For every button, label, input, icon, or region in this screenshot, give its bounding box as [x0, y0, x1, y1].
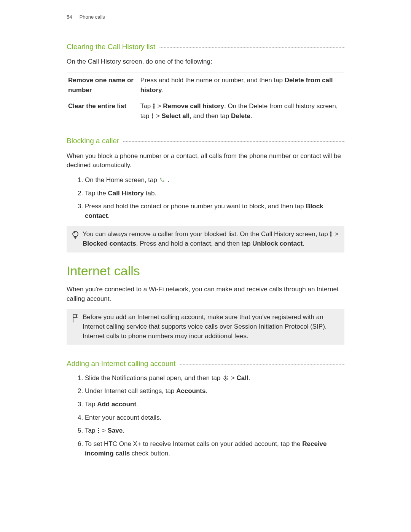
- tip-text: You can always remove a caller from your…: [83, 230, 340, 248]
- page-number: 54: [67, 14, 78, 21]
- heading-internet-calls: Internet calls: [67, 262, 344, 280]
- svg-rect-5: [152, 117, 153, 118]
- important-text: Before you add an Internet calling accou…: [83, 313, 340, 341]
- svg-rect-9: [330, 235, 331, 236]
- intro-blocking: When you block a phone number or a conta…: [67, 152, 344, 170]
- svg-rect-3: [152, 113, 153, 115]
- row-value: Press and hold the name or number, and t…: [139, 72, 344, 98]
- svg-rect-2: [153, 107, 155, 109]
- svg-point-10: [225, 377, 226, 379]
- subheading-row: Adding an Internet calling account: [67, 354, 344, 371]
- svg-line-16: [227, 379, 228, 380]
- phone-icon: [159, 177, 166, 183]
- svg-line-15: [224, 376, 225, 377]
- subheading-clearing: Clearing the Call History list: [67, 42, 159, 52]
- list-item: On the Home screen, tap .: [85, 176, 344, 185]
- svg-rect-19: [98, 428, 99, 429]
- tip-box: You can always remove a caller from your…: [67, 226, 344, 252]
- gear-icon: [222, 375, 229, 381]
- svg-rect-20: [98, 430, 99, 431]
- overflow-menu-icon: [151, 113, 154, 119]
- svg-line-18: [227, 376, 228, 377]
- list-item: To set HTC One X+ to receive Internet ca…: [85, 439, 344, 458]
- manual-page: 54 Phone calls Clearing the Call History…: [0, 0, 411, 532]
- list-item: Tap the Call History tab.: [85, 189, 344, 198]
- subheading-row: Clearing the Call History list: [67, 37, 344, 54]
- row-label: Clear the entire list: [67, 98, 139, 124]
- subheading-row: Blocking a caller: [67, 131, 344, 149]
- list-item: Tap > Save.: [85, 426, 344, 436]
- svg-rect-21: [98, 432, 99, 433]
- svg-rect-0: [153, 104, 155, 105]
- intro-clearing: On the Call History screen, do one of th…: [67, 57, 344, 67]
- overflow-menu-icon: [153, 103, 156, 109]
- adding-account-steps: Slide the Notifications panel open, and …: [67, 374, 344, 458]
- overflow-menu-icon: [97, 428, 100, 434]
- blocking-steps: On the Home screen, tap . Tap the Call H…: [67, 176, 344, 221]
- svg-line-17: [224, 379, 225, 380]
- subheading-blocking: Blocking a caller: [67, 136, 123, 146]
- flag-icon: [71, 313, 83, 327]
- lightbulb-icon: [71, 230, 83, 244]
- section-name: Phone calls: [80, 14, 105, 20]
- svg-rect-1: [153, 105, 155, 107]
- svg-rect-4: [152, 115, 153, 117]
- important-box: Before you add an Internet calling accou…: [67, 309, 344, 345]
- svg-rect-8: [330, 233, 331, 235]
- list-item: Tap Add account.: [85, 400, 344, 409]
- list-item: Enter your account details.: [85, 413, 344, 423]
- row-value: Tap > Remove call history. On the Delete…: [139, 98, 344, 124]
- row-label: Remove one name or number: [67, 72, 139, 98]
- running-header: 54 Phone calls: [67, 14, 344, 21]
- clear-history-table: Remove one name or number Press and hold…: [67, 72, 344, 124]
- intro-internet: When you're connected to a Wi-Fi network…: [67, 285, 344, 304]
- subheading-adding-account: Adding an Internet calling account: [67, 358, 179, 369]
- overflow-menu-icon: [330, 231, 333, 237]
- list-item: Under Internet call settings, tap Accoun…: [85, 387, 344, 396]
- table-row: Clear the entire list Tap > Remove call …: [67, 98, 344, 124]
- list-item: Slide the Notifications panel open, and …: [85, 374, 344, 383]
- svg-rect-7: [330, 232, 331, 233]
- table-row: Remove one name or number Press and hold…: [67, 72, 344, 98]
- list-item: Press and hold the contact or phone numb…: [85, 202, 344, 220]
